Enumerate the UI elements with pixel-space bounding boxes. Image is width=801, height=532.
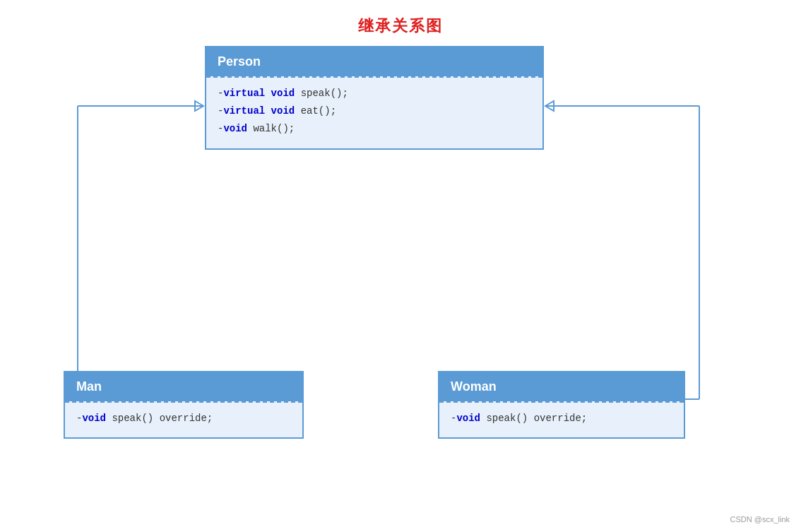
man-box: Man -void speak() override; xyxy=(64,371,304,439)
woman-header: Woman xyxy=(439,372,684,401)
man-header: Man xyxy=(65,372,302,401)
man-method-1: -void speak() override; xyxy=(76,410,291,427)
woman-box: Woman -void speak() override; xyxy=(438,371,685,439)
person-body: -virtual void speak(); -virtual void eat… xyxy=(206,76,542,148)
woman-body: -void speak() override; xyxy=(439,401,684,437)
person-method-1: -virtual void speak(); xyxy=(218,85,531,102)
svg-marker-4 xyxy=(195,101,203,111)
diagram-area: Person -virtual void speak(); -virtual v… xyxy=(42,39,759,504)
person-method-3: -void walk(); xyxy=(218,120,531,138)
woman-method-1: -void speak() override; xyxy=(451,410,672,427)
svg-marker-9 xyxy=(545,101,554,111)
person-header: Person xyxy=(206,47,542,76)
man-body: -void speak() override; xyxy=(65,401,302,437)
page-title: 继承关系图 xyxy=(0,0,801,37)
person-box: Person -virtual void speak(); -virtual v… xyxy=(205,46,544,150)
watermark: CSDN @scx_link xyxy=(730,515,790,524)
person-method-2: -virtual void eat(); xyxy=(218,102,531,120)
